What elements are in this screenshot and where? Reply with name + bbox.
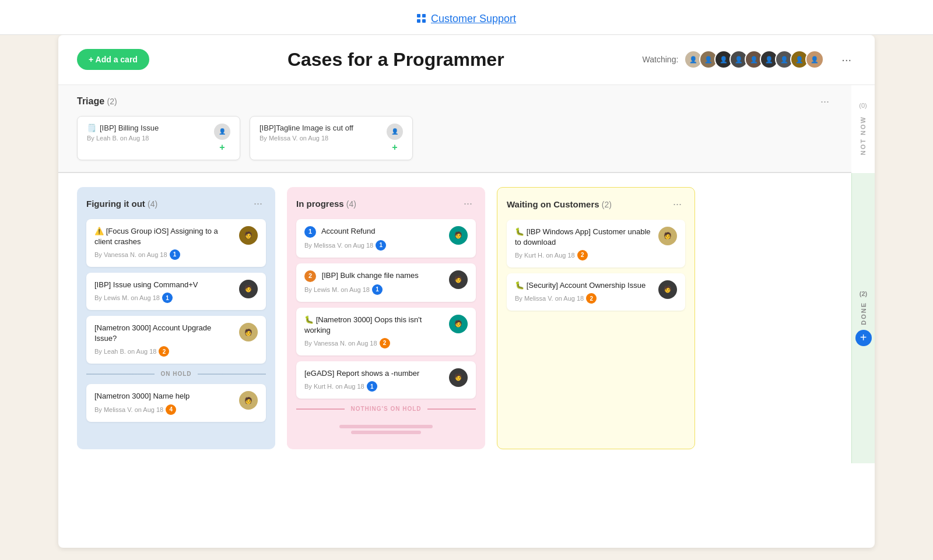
figuring-card-1-avatar: 🧑 <box>239 226 258 245</box>
figuring-card-2-avatar: 🧑 <box>239 280 258 298</box>
on-hold-divider: ON HOLD <box>86 371 266 377</box>
figuring-card-1[interactable]: ⚠️ [Focus Group iOS] Assigning to a clie… <box>86 219 266 267</box>
inprogress-card-4-title: [eGADS] Report shows a -number <box>304 368 444 379</box>
figuring-card-2-badge: 1 <box>162 293 173 303</box>
waiting-card-2-meta: By Melissa V. on Aug 18 2 <box>515 293 654 304</box>
triage-card-2-actions: 👤 + <box>387 124 403 153</box>
triage-card-2-title: [IBP]Tagline Image is cut off <box>259 124 387 132</box>
inprogress-card-4-body: [eGADS] Report shows a -number By Kurt H… <box>304 368 444 392</box>
figuring-col-title: Figuring it out (4) <box>86 199 157 209</box>
bug-icon-2: 🐛 <box>515 227 527 236</box>
inprogress-card-1-title: 1 Account Refund <box>304 226 444 238</box>
more-options-button[interactable]: ··· <box>837 51 856 69</box>
waiting-card-2-badge: 2 <box>586 293 597 304</box>
watching-section: Watching: 👤 👤 👤 👤 👤 👤 👤 👤 👤 ··· <box>643 50 856 69</box>
triage-card-2-avatar: 👤 <box>387 124 403 140</box>
nothing-line-1 <box>339 425 433 428</box>
triage-card-1-avatar: 👤 <box>214 124 230 140</box>
inprogress-card-2-title: 2 [IBP] Bulk change file names <box>304 270 444 282</box>
triage-card-1[interactable]: 🗒️ [IBP] Billing Issue By Leah B. on Aug… <box>77 116 240 160</box>
waiting-card-1-badge: 2 <box>577 250 588 260</box>
nothing-on-hold-label: NOTHING'S ON HOLD <box>350 406 421 412</box>
add-card-button[interactable]: + Add a card <box>77 49 149 70</box>
inprogress-card-4-avatar: 🧑 <box>449 368 468 387</box>
done-label: DONE <box>860 302 867 325</box>
inprogress-card-3-body: 🐛 [Nametron 3000] Oops this isn't workin… <box>304 315 444 348</box>
waiting-card-1[interactable]: 🐛 [IBP Windows App] Customer unable to d… <box>507 220 685 267</box>
triage-cards: 🗒️ [IBP] Billing Issue By Leah B. on Aug… <box>77 116 833 160</box>
column-figuring-it-out: Figuring it out (4) ··· ⚠️ [Focus Group … <box>77 187 275 450</box>
figuring-card-2[interactable]: [IBP] Issue using Command+V By Lewis M. … <box>86 273 266 310</box>
divider-line-left <box>86 374 155 375</box>
bug-icon-3: 🐛 <box>515 281 527 290</box>
done-add-button[interactable]: + <box>855 330 872 346</box>
inprogress-col-title: In progress (4) <box>296 199 356 209</box>
done-count: (2) <box>860 290 867 297</box>
waiting-col-title: Waiting on Customers (2) <box>507 199 612 209</box>
figuring-card-2-meta: By Lewis M. on Aug 18 1 <box>94 293 234 303</box>
figuring-hold-card-1-body: [Nametron 3000] Name help By Melissa V. … <box>94 391 234 414</box>
bug-icon-1: 🐛 <box>304 315 316 324</box>
num-icon-2: 2 <box>304 270 316 282</box>
triage-card-1-add-icon[interactable]: + <box>219 142 225 153</box>
waiting-menu-button[interactable]: ··· <box>669 197 685 212</box>
main-container: + Add a card Cases for a Programmer Watc… <box>58 35 875 548</box>
waiting-count: (2) <box>602 200 612 209</box>
watching-label: Watching: <box>643 55 679 64</box>
board-title: Cases for a Programmer <box>149 49 643 71</box>
figuring-card-3-badge: 2 <box>159 346 169 357</box>
nothing-on-hold-divider: NOTHING'S ON HOLD <box>296 406 476 412</box>
inprogress-card-1-avatar: 🧑 <box>449 226 468 245</box>
inprogress-card-2[interactable]: 2 [IBP] Bulk change file names By Lewis … <box>296 263 476 302</box>
avatar-stack: 👤 👤 👤 👤 👤 👤 👤 👤 👤 <box>684 50 824 69</box>
figuring-card-1-title: ⚠️ [Focus Group iOS] Assigning to a clie… <box>94 226 234 247</box>
triage-inner: Triage (2) ··· 🗒️ [IBP] Billing Issue By… <box>58 85 851 173</box>
inprogress-card-4[interactable]: [eGADS] Report shows a -number By Kurt H… <box>296 361 476 399</box>
top-bar-title[interactable]: Customer Support <box>431 13 516 25</box>
inprogress-card-1[interactable]: 1 Account Refund By Melissa V. on Aug 18… <box>296 219 476 258</box>
warning-icon: ⚠️ <box>94 227 106 235</box>
inprogress-card-2-body: 2 [IBP] Bulk change file names By Lewis … <box>304 270 444 295</box>
nothing-lines <box>302 425 470 434</box>
grid-icon <box>417 14 426 23</box>
kanban-area: Figuring it out (4) ··· ⚠️ [Focus Group … <box>58 173 851 464</box>
inprogress-card-2-badge: 1 <box>372 284 383 295</box>
inprogress-card-3[interactable]: 🐛 [Nametron 3000] Oops this isn't workin… <box>296 308 476 355</box>
inprogress-menu-button[interactable]: ··· <box>460 196 476 211</box>
billing-icon: 🗒️ <box>87 124 96 132</box>
triage-card-1-meta: By Leah B. on Aug 18 <box>87 135 214 142</box>
not-now-panel: (0) NOT NOW <box>851 85 875 173</box>
triage-card-1-title: 🗒️ [IBP] Billing Issue <box>87 124 214 132</box>
column-in-progress: In progress (4) ··· 1 Account Refund By … <box>287 187 485 450</box>
inprogress-card-1-meta: By Melissa V. on Aug 18 1 <box>304 240 444 251</box>
triage-count: (2) <box>107 97 117 106</box>
top-bar: Customer Support <box>0 0 933 35</box>
inprogress-card-3-meta: By Vanessa N. on Aug 18 2 <box>304 338 444 348</box>
triage-card-1-content: 🗒️ [IBP] Billing Issue By Leah B. on Aug… <box>87 124 214 142</box>
waiting-card-2[interactable]: 🐛 [Security] Account Ownership Issue By … <box>507 273 685 311</box>
nothing-divider-left <box>296 408 345 410</box>
nothing-on-hold-area <box>296 419 476 440</box>
waiting-card-1-body: 🐛 [IBP Windows App] Customer unable to d… <box>515 227 654 260</box>
waiting-card-2-avatar: 🧑 <box>658 280 677 299</box>
column-waiting-on-customers: Waiting on Customers (2) ··· 🐛 [IBP Wind… <box>497 187 695 450</box>
triage-card-1-actions: 👤 + <box>214 124 230 153</box>
figuring-card-1-body: ⚠️ [Focus Group iOS] Assigning to a clie… <box>94 226 234 260</box>
triage-menu-button[interactable]: ··· <box>817 94 833 109</box>
figuring-hold-card-1-title: [Nametron 3000] Name help <box>94 391 234 401</box>
triage-card-2-add-icon[interactable]: + <box>392 142 397 153</box>
figuring-card-1-badge: 1 <box>170 249 180 260</box>
inprogress-col-header: In progress (4) ··· <box>296 196 476 211</box>
figuring-menu-button[interactable]: ··· <box>250 196 266 211</box>
waiting-card-1-title: 🐛 [IBP Windows App] Customer unable to d… <box>515 227 654 248</box>
triage-section: Triage (2) ··· 🗒️ [IBP] Billing Issue By… <box>58 85 875 173</box>
avatar-9: 👤 <box>805 50 824 69</box>
figuring-hold-card-1[interactable]: [Nametron 3000] Name help By Melissa V. … <box>86 384 266 421</box>
triage-card-2[interactable]: [IBP]Tagline Image is cut off By Melissa… <box>250 116 413 160</box>
triage-header: Triage (2) ··· <box>77 94 833 109</box>
triage-card-2-meta: By Melissa V. on Aug 18 <box>259 135 387 142</box>
figuring-card-3-body: [Nametron 3000] Account Upgrade Issue? B… <box>94 323 234 357</box>
figuring-card-3[interactable]: [Nametron 3000] Account Upgrade Issue? B… <box>86 316 266 364</box>
inprogress-card-4-meta: By Kurt H. on Aug 18 1 <box>304 381 444 392</box>
triage-title: Triage (2) <box>77 96 117 107</box>
